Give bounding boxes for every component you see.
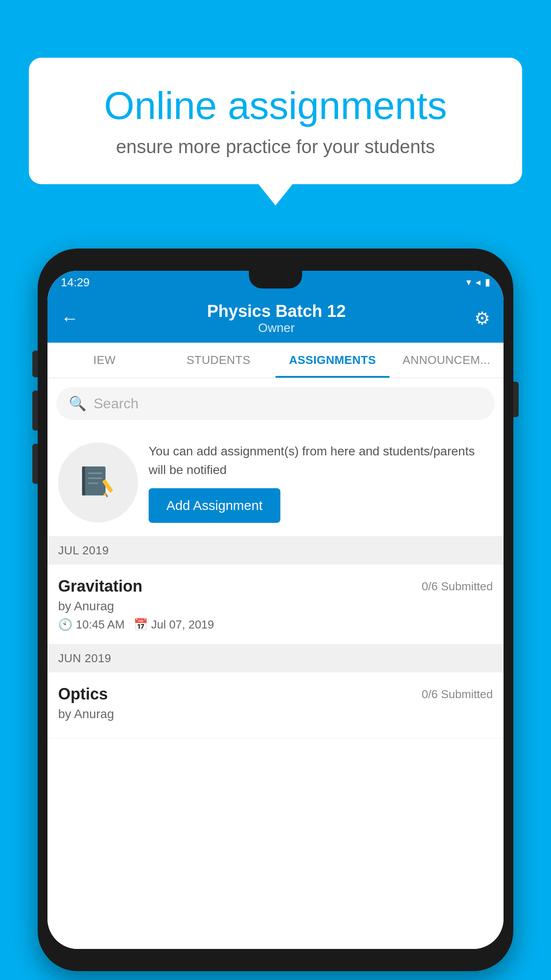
clock-icon: 🕙 xyxy=(58,618,72,632)
settings-button[interactable]: ⚙ xyxy=(474,308,490,328)
svg-rect-1 xyxy=(82,466,85,495)
assignment-time-item: 🕙 10:45 AM xyxy=(58,618,125,632)
assignment-submitted-gravitation: 0/6 Submitted xyxy=(422,580,493,593)
tab-announcements[interactable]: ANNOUNCEM... xyxy=(390,343,504,378)
add-assignment-section: You can add assignment(s) from here and … xyxy=(47,429,504,537)
batch-role: Owner xyxy=(79,321,474,335)
speech-bubble-title: Online assignments xyxy=(60,84,491,127)
section-header-jul: JUL 2019 xyxy=(47,537,504,565)
signal-icon: ◂ xyxy=(476,277,480,288)
status-time: 14:29 xyxy=(61,276,90,289)
add-assignment-right: You can add assignment(s) from here and … xyxy=(149,442,493,523)
svg-rect-0 xyxy=(83,466,106,495)
tab-iew[interactable]: IEW xyxy=(47,343,161,378)
assignment-icon-circle xyxy=(58,443,138,522)
assignment-title-optics: Optics xyxy=(58,685,108,703)
assignment-date-item: 📅 Jul 07, 2019 xyxy=(134,618,214,632)
back-button[interactable]: ← xyxy=(61,308,79,328)
assignment-time: 10:45 AM xyxy=(76,618,125,632)
assignment-item-gravitation[interactable]: Gravitation 0/6 Submitted by Anurag 🕙 10… xyxy=(47,565,504,644)
tabs-bar: IEW STUDENTS ASSIGNMENTS ANNOUNCEM... xyxy=(47,343,504,378)
tab-students[interactable]: STUDENTS xyxy=(161,343,276,378)
assignment-meta-gravitation: 🕙 10:45 AM 📅 Jul 07, 2019 xyxy=(58,618,493,632)
battery-icon: ▮ xyxy=(485,277,490,288)
phone-screen: 14:29 ▾ ◂ ▮ ← Physics Batch 12 Owner ⚙ xyxy=(47,271,504,949)
assignment-author-optics: by Anurag xyxy=(58,707,493,721)
phone-vol-up-button xyxy=(32,391,38,431)
phone-notch xyxy=(249,271,302,288)
phone-frame: 14:29 ▾ ◂ ▮ ← Physics Batch 12 Owner ⚙ xyxy=(38,249,513,971)
phone-container: 14:29 ▾ ◂ ▮ ← Physics Batch 12 Owner ⚙ xyxy=(38,249,513,971)
app-header: ← Physics Batch 12 Owner ⚙ xyxy=(47,294,504,343)
phone-power-button xyxy=(513,382,519,417)
batch-name: Physics Batch 12 xyxy=(79,302,474,321)
assignment-submitted-optics: 0/6 Submitted xyxy=(422,688,493,701)
assignment-item-optics[interactable]: Optics 0/6 Submitted by Anurag xyxy=(47,672,504,739)
svg-rect-4 xyxy=(88,482,98,484)
speech-bubble-subtitle: ensure more practice for your students xyxy=(60,136,491,158)
tab-assignments[interactable]: ASSIGNMENTS xyxy=(276,343,390,378)
section-header-jun: JUN 2019 xyxy=(47,644,504,672)
speech-bubble-container: Online assignments ensure more practice … xyxy=(29,58,522,184)
notebook-icon xyxy=(78,462,118,502)
assignment-author-gravitation: by Anurag xyxy=(58,599,493,613)
search-bar[interactable]: 🔍 Search xyxy=(56,387,495,420)
assignment-date: Jul 07, 2019 xyxy=(151,618,214,632)
add-assignment-description: You can add assignment(s) from here and … xyxy=(149,442,493,479)
svg-rect-2 xyxy=(88,473,102,474)
assignment-row1: Gravitation 0/6 Submitted xyxy=(58,577,493,596)
search-icon: 🔍 xyxy=(69,395,87,412)
phone-mute-button xyxy=(32,351,38,377)
phone-vol-down-button xyxy=(32,444,38,484)
content-area: 🔍 Search xyxy=(47,378,504,949)
status-icons: ▾ ◂ ▮ xyxy=(466,277,490,288)
svg-rect-3 xyxy=(88,478,102,479)
assignment-row1-optics: Optics 0/6 Submitted xyxy=(58,685,493,703)
add-assignment-button[interactable]: Add Assignment xyxy=(149,488,280,523)
calendar-icon: 📅 xyxy=(134,618,148,632)
assignment-title-gravitation: Gravitation xyxy=(58,577,142,596)
search-placeholder: Search xyxy=(94,395,138,412)
header-title: Physics Batch 12 Owner xyxy=(79,302,474,335)
speech-bubble: Online assignments ensure more practice … xyxy=(29,58,522,184)
wifi-icon: ▾ xyxy=(466,277,471,288)
